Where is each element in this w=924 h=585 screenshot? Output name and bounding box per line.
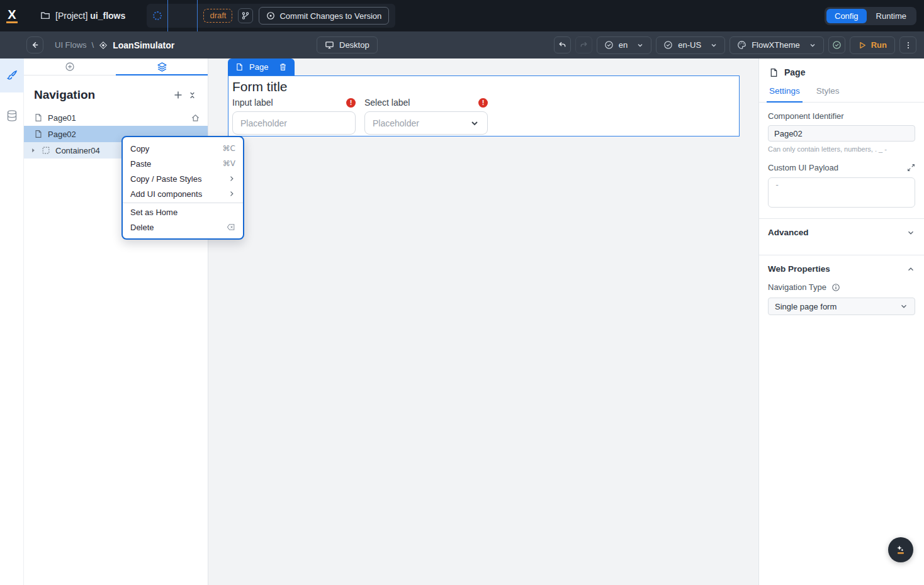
version-control-block: main draft Commit Changes to Version [147,4,395,28]
chevron-down-icon [809,42,816,49]
back-button[interactable] [26,36,43,53]
error-icon: ! [346,98,356,108]
menu-item-delete[interactable]: Delete [123,220,243,235]
collapse-all-button[interactable] [185,88,199,102]
project-prefix: [Project] [55,11,87,21]
chevron-down-icon [906,228,915,237]
page-frame[interactable]: Form title Input label ! Select label ! [228,75,740,136]
menu-item-paste[interactable]: Paste ⌘V [123,156,243,171]
settings-body: Component Identifier Can only contain le… [759,103,924,209]
sync-spinner-icon [153,11,162,20]
breadcrumb-current: LoanSimulator [113,40,174,50]
panel-tabs [24,58,208,75]
page-tab[interactable]: Page [228,58,295,75]
navigation-header: Navigation [24,75,208,109]
properties-panel: Page Settings Styles Component Identifie… [758,58,924,585]
left-rail [0,58,24,585]
language-dropdown[interactable]: en [597,36,651,54]
tab-runtime[interactable]: Runtime [868,9,915,23]
topbar: X [Project] ui_flows main draft Commit C… [0,0,924,31]
web-properties-section: Navigation Type Single page form [759,282,924,315]
input-preview[interactable] [232,111,356,135]
expand-icon[interactable] [907,164,915,172]
menu-item-copy[interactable]: Copy ⌘C [123,141,243,156]
editor-toolbar: UI Flows \ LoanSimulator Desktop en [0,31,924,58]
page-icon [34,113,43,122]
breadcrumb-ui-flows[interactable]: UI Flows [55,40,87,50]
database-icon [6,109,18,122]
run-button[interactable]: Run [850,36,895,54]
diamond-icon [99,41,108,50]
mode-switch: Config Runtime [825,7,916,25]
canvas[interactable]: Page Form title Input label ! Select lab… [208,58,758,585]
advanced-accordion[interactable]: Advanced [759,219,924,246]
menu-item-add-ui-components[interactable]: Add UI components [123,186,243,201]
tab-settings[interactable]: Settings [769,84,800,102]
commit-record-icon [266,11,275,20]
form-fields: Input label ! Select label ! Placeholder [232,98,735,135]
folder-icon [40,11,50,21]
ai-assistant-fab[interactable] [888,537,913,562]
chevron-right-icon [228,190,235,198]
trash-icon[interactable] [279,63,287,71]
form-field-select[interactable]: Select label ! Placeholder [364,98,488,135]
shortcut: ⌘V [223,159,235,168]
menu-item-copy-paste-styles[interactable]: Copy / Paste Styles [123,171,243,186]
breadcrumb: UI Flows \ LoanSimulator [55,40,174,50]
commit-changes-button[interactable]: Commit Changes to Version [259,7,389,25]
menu-item-set-as-home[interactable]: Set as Home [123,204,243,220]
backspace-icon [227,223,235,231]
sparkles-icon [894,543,908,557]
check-circle-icon [604,40,614,50]
properties-tabs: Settings Styles [759,84,924,103]
validate-button[interactable] [828,36,845,53]
data-tool-tab[interactable] [0,100,24,131]
tab-styles[interactable]: Styles [816,84,840,102]
input-label: Input label [232,98,273,108]
page-icon [34,130,43,138]
component-identifier-helper: Can only contain letters, numbers, . _ - [768,145,915,153]
page-icon [769,68,779,77]
error-icon: ! [478,98,488,108]
more-options-button[interactable] [899,36,916,53]
monitor-icon [325,40,334,50]
tree-item-page01[interactable]: Page01 [24,109,208,126]
component-identifier-input[interactable] [768,125,915,142]
device-preview-button[interactable]: Desktop [317,36,378,53]
page-icon [235,63,244,71]
brush-icon [6,69,18,82]
navigation-title: Navigation [34,88,171,102]
flowx-logo[interactable]: X [6,8,21,23]
tab-config[interactable]: Config [826,9,867,23]
redo-button[interactable] [575,36,592,53]
theme-dropdown[interactable]: FlowXTheme [730,36,824,54]
chevron-down-icon [470,118,480,128]
add-page-button[interactable] [171,88,185,102]
palette-icon [737,40,747,50]
form-title: Form title [232,79,735,94]
caret-right-icon[interactable] [30,147,37,153]
properties-header: Page [759,58,924,84]
chevron-down-icon [710,42,718,49]
home-icon [191,113,200,123]
play-icon [858,41,867,50]
layers-tab[interactable] [116,58,208,75]
navigation-type-select[interactable]: Single page form [768,298,915,315]
project-breadcrumb: [Project] ui_flows [40,11,125,21]
form-field-input[interactable]: Input label ! [232,98,356,135]
container-icon [42,146,50,155]
custom-ui-payload-editor[interactable]: - [768,177,915,208]
info-icon[interactable] [831,283,840,292]
undo-button[interactable] [554,36,571,53]
web-properties-accordion[interactable]: Web Properties [759,255,924,282]
git-branch-button[interactable] [238,8,253,23]
select-preview[interactable]: Placeholder [364,111,488,135]
add-component-tab[interactable] [24,58,116,75]
draft-status-badge[interactable]: draft [203,9,232,23]
component-identifier-label: Component Identifier [768,111,915,121]
design-tool-tab[interactable] [0,58,24,92]
navigation-type-label: Navigation Type [768,282,826,292]
chevron-right-icon [228,175,235,182]
locale-dropdown[interactable]: en-US [656,36,725,54]
custom-ui-payload-label: Custom UI Payload [768,163,838,172]
